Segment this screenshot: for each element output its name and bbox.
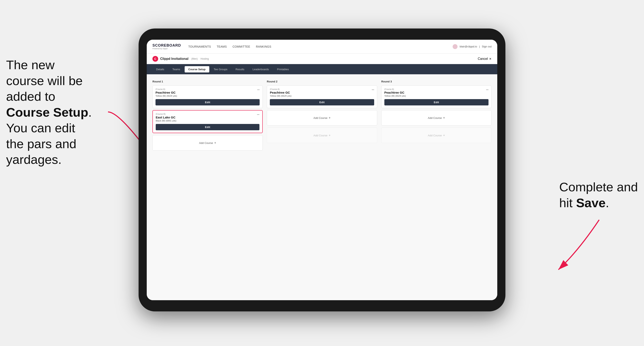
round3-add-course-btn[interactable]: Add Course + [381, 110, 492, 126]
round1-course-b-name: East Lake GC [156, 116, 260, 119]
round2-course-a-detail: Yellow (M) (6629 yds) [270, 95, 374, 97]
nav-left: SCOREBOARD Powered by clippd TOURNAMENTS… [152, 43, 271, 50]
round3-course-a-delete-icon[interactable] [485, 88, 489, 92]
round3-add-course-label: Add Course [428, 116, 442, 120]
round3-course-a-edit-btn[interactable]: Edit [384, 99, 488, 105]
round1-course-a-name: Peachtree GC [156, 91, 260, 94]
course-a-delete-icon[interactable] [256, 88, 260, 92]
tournament-bar: C Clippd Invitational (Men) Hosting Canc… [147, 53, 497, 64]
round1-add-course-plus: + [214, 141, 216, 145]
scoreboard-logo: SCOREBOARD Powered by clippd [152, 43, 181, 50]
cancel-label[interactable]: Cancel [478, 57, 488, 61]
annotation-line2: course will be [6, 74, 83, 88]
sign-out-link[interactable]: Sign out [482, 45, 492, 48]
course-b-delete-icon[interactable] [256, 113, 260, 117]
round2-add-course-btn[interactable]: Add Course + [267, 110, 377, 126]
rounds-grid: Round 1 (Course A) Peachtree GC Yellow (… [152, 80, 492, 153]
round3-add-course-plus: + [443, 116, 445, 120]
round1-course-a-detail: Yellow (M) (6629 yds) [156, 95, 260, 97]
nav-rankings[interactable]: RANKINGS [256, 45, 272, 48]
main-content: Round 1 (Course A) Peachtree GC Yellow (… [147, 74, 497, 300]
tab-tee-groups[interactable]: Tee Groups [210, 66, 231, 72]
tab-printables[interactable]: Printables [273, 66, 292, 72]
round1-course-b-card: (Course B) East Lake GC Black (M) (6891 … [152, 110, 263, 133]
round2-add-course-disabled: Add Course + [267, 128, 377, 143]
annotation-save: Save [576, 196, 606, 210]
round3-course-a-detail: Yellow (M) (6629 yds) [384, 95, 488, 97]
round2-course-a-delete-icon[interactable] [371, 88, 375, 92]
tab-results[interactable]: Results [232, 66, 248, 72]
round1-course-b-edit-btn[interactable]: Edit [156, 124, 260, 130]
cancel-icon[interactable]: ✕ [489, 57, 492, 60]
round-3-label: Round 3 [381, 80, 492, 83]
tournament-title: C Clippd Invitational (Men) Hosting [152, 56, 209, 62]
round-2-column: Round 2 (Course A) Peachtree GC Yellow (… [267, 80, 377, 153]
round1-course-a-label: (Course A) [156, 88, 260, 90]
logo-main-text: SCOREBOARD [152, 43, 181, 48]
nav-separator: | [479, 45, 480, 48]
annotation-line5: You can edit [6, 121, 75, 135]
annotation-right-line1: Complete and [559, 180, 638, 194]
round1-course-a-card: (Course A) Peachtree GC Yellow (M) (6629… [152, 85, 263, 108]
round1-course-a-edit-btn[interactable]: Edit [156, 99, 260, 105]
annotation-line7: yardages. [6, 153, 62, 167]
arrow-right [544, 216, 605, 277]
tab-details[interactable]: Details [152, 66, 168, 72]
round3-add-course-disabled-plus: + [443, 134, 445, 137]
annotation-line1: The new [6, 58, 54, 72]
top-nav: SCOREBOARD Powered by clippd TOURNAMENTS… [147, 40, 497, 53]
round3-course-a-card: (Course A) Peachtree GC Yellow (M) (6629… [381, 85, 492, 108]
svg-rect-3 [257, 114, 260, 115]
nav-right: blair@clippd.io | Sign out [453, 44, 492, 49]
round-1-column: Round 1 (Course A) Peachtree GC Yellow (… [152, 80, 263, 153]
round2-course-a-label: (Course A) [270, 88, 374, 90]
round1-course-b-label: (Course B) [156, 113, 260, 115]
nav-links: TOURNAMENTS TEAMS COMMITTEE RANKINGS [188, 45, 271, 48]
tournament-gender: (Men) [191, 57, 198, 60]
round2-add-course-disabled-text: Add Course + [314, 134, 330, 137]
round2-course-a-name: Peachtree GC [270, 91, 374, 94]
round-3-column: Round 3 (Course A) Peachtree GC Yellow (… [381, 80, 492, 153]
round2-add-course-label: Add Course [314, 116, 328, 120]
svg-rect-2 [257, 90, 260, 90]
tab-leaderboards[interactable]: Leaderboards [249, 66, 272, 72]
nav-tournaments[interactable]: TOURNAMENTS [188, 45, 211, 48]
svg-rect-4 [372, 90, 374, 90]
round-1-label: Round 1 [152, 80, 263, 83]
tablet-screen: SCOREBOARD Powered by clippd TOURNAMENTS… [147, 40, 497, 300]
nav-committee[interactable]: COMMITTEE [232, 45, 250, 48]
tournament-name: Clippd Invitational [160, 57, 188, 61]
round3-course-a-label: (Course A) [384, 88, 488, 90]
logo-sub-text: Powered by clippd [152, 48, 181, 50]
round3-add-course-disabled: Add Course + [381, 128, 492, 143]
round-2-label: Round 2 [267, 80, 377, 83]
round3-add-course-disabled-label: Add Course [428, 134, 442, 137]
round3-add-course-disabled-text: Add Course + [428, 134, 445, 137]
round2-add-course-disabled-label: Add Course [314, 134, 328, 137]
round1-add-course-text: Add Course + [199, 141, 216, 145]
round2-course-a-card: (Course A) Peachtree GC Yellow (M) (6629… [267, 85, 377, 108]
annotation-right: Complete and hit Save. [559, 179, 638, 211]
avatar [453, 44, 458, 49]
round2-add-course-plus: + [329, 116, 330, 120]
round2-add-course-disabled-plus: + [329, 134, 330, 137]
annotation-left: The new course will be added to Course S… [6, 57, 92, 168]
tab-course-setup[interactable]: Course Setup [185, 66, 209, 72]
tournament-status: Hosting [200, 57, 209, 60]
round1-add-course-label: Add Course [199, 142, 213, 145]
c-logo: C [152, 56, 158, 62]
round1-course-b-detail: Black (M) (6891 yds) [156, 120, 260, 122]
svg-rect-5 [486, 90, 488, 90]
cancel-area[interactable]: Cancel ✕ [478, 57, 492, 61]
annotation-line3: added to [6, 89, 55, 103]
annotation-line4: Course Setup [6, 105, 88, 119]
annotation-right-line2: hit [559, 196, 576, 210]
annotation-line6: the pars and [6, 137, 76, 151]
round2-course-a-edit-btn[interactable]: Edit [270, 99, 374, 105]
tabs-bar: Details Teams Course Setup Tee Groups Re… [147, 64, 497, 74]
tablet-frame: SCOREBOARD Powered by clippd TOURNAMENTS… [138, 28, 506, 311]
round3-add-course-text: Add Course + [428, 116, 445, 120]
tab-teams[interactable]: Teams [169, 66, 184, 72]
nav-teams[interactable]: TEAMS [217, 45, 227, 48]
round1-add-course-btn[interactable]: Add Course + [152, 135, 263, 151]
